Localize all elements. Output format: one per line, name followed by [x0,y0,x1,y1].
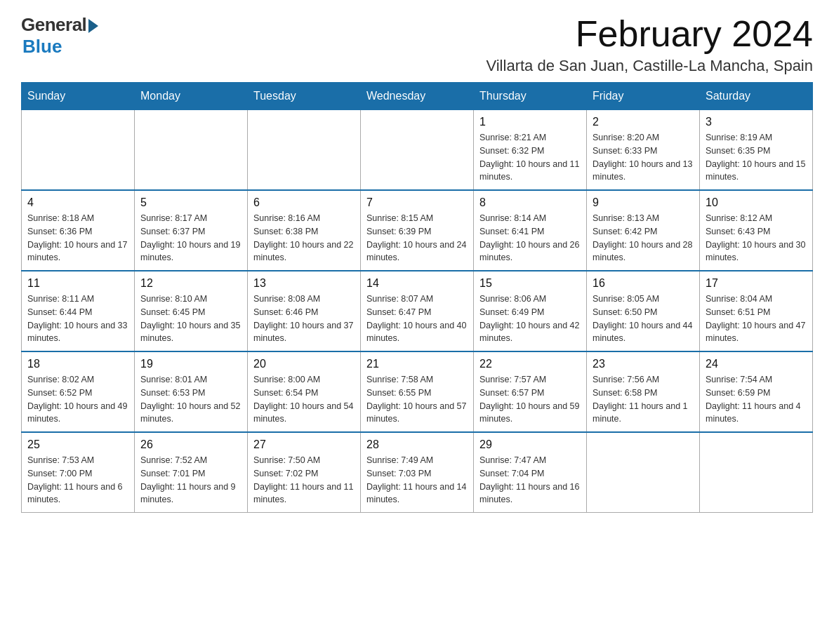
day-number: 17 [706,277,807,290]
day-number: 11 [27,277,128,290]
calendar-day-17: 17Sunrise: 8:04 AMSunset: 6:51 PMDayligh… [700,271,813,351]
calendar-table: SundayMondayTuesdayWednesdayThursdayFrid… [21,82,813,513]
day-number: 7 [366,196,468,209]
calendar-week-row: 18Sunrise: 8:02 AMSunset: 6:52 PMDayligh… [22,351,813,432]
day-info: Sunrise: 8:01 AMSunset: 6:53 PMDaylight:… [140,373,241,426]
calendar-day-7: 7Sunrise: 8:15 AMSunset: 6:39 PMDaylight… [361,190,474,271]
calendar-day-20: 20Sunrise: 8:00 AMSunset: 6:54 PMDayligh… [248,351,361,432]
day-number: 3 [706,116,807,128]
title-area: February 2024 Villarta de San Juan, Cast… [486,14,813,75]
calendar-empty-cell [135,110,248,191]
calendar-empty-cell [22,110,135,191]
day-number: 15 [479,277,581,290]
calendar-day-27: 27Sunrise: 7:50 AMSunset: 7:02 PMDayligh… [248,432,361,513]
day-number: 2 [593,116,694,128]
calendar-day-5: 5Sunrise: 8:17 AMSunset: 6:37 PMDaylight… [135,190,248,271]
calendar-day-19: 19Sunrise: 8:01 AMSunset: 6:53 PMDayligh… [135,351,248,432]
day-number: 28 [366,438,468,451]
day-info: Sunrise: 8:10 AMSunset: 6:45 PMDaylight:… [140,293,241,345]
calendar-day-2: 2Sunrise: 8:20 AMSunset: 6:33 PMDaylight… [587,110,700,191]
day-info: Sunrise: 8:04 AMSunset: 6:51 PMDaylight:… [706,293,807,345]
day-number: 13 [253,277,355,290]
day-info: Sunrise: 8:07 AMSunset: 6:47 PMDaylight:… [366,293,468,345]
logo-general-text: General [21,14,86,36]
day-info: Sunrise: 7:53 AMSunset: 7:00 PMDaylight:… [27,454,128,507]
calendar-day-25: 25Sunrise: 7:53 AMSunset: 7:00 PMDayligh… [22,432,135,513]
column-header-saturday: Saturday [700,83,813,110]
calendar-day-24: 24Sunrise: 7:54 AMSunset: 6:59 PMDayligh… [700,351,813,432]
day-number: 25 [27,438,128,451]
day-number: 12 [140,277,241,290]
day-info: Sunrise: 7:56 AMSunset: 6:58 PMDaylight:… [593,373,694,426]
subtitle: Villarta de San Juan, Castille-La Mancha… [486,57,813,75]
calendar-day-22: 22Sunrise: 7:57 AMSunset: 6:57 PMDayligh… [474,351,587,432]
day-number: 19 [140,358,241,370]
column-header-friday: Friday [587,83,700,110]
day-info: Sunrise: 7:50 AMSunset: 7:02 PMDaylight:… [253,454,355,507]
day-info: Sunrise: 8:21 AMSunset: 6:32 PMDaylight:… [479,131,581,184]
day-number: 18 [27,358,128,370]
day-info: Sunrise: 8:20 AMSunset: 6:33 PMDaylight:… [593,131,694,184]
calendar-empty-cell [248,110,361,191]
calendar-week-row: 4Sunrise: 8:18 AMSunset: 6:36 PMDaylight… [22,190,813,271]
day-info: Sunrise: 8:02 AMSunset: 6:52 PMDaylight:… [27,373,128,426]
calendar-day-26: 26Sunrise: 7:52 AMSunset: 7:01 PMDayligh… [135,432,248,513]
header-area: General Blue February 2024 Villarta de S… [21,14,813,75]
day-info: Sunrise: 8:14 AMSunset: 6:41 PMDaylight:… [479,212,581,264]
day-info: Sunrise: 8:00 AMSunset: 6:54 PMDaylight:… [253,373,355,426]
day-number: 29 [479,438,581,451]
calendar-week-row: 1Sunrise: 8:21 AMSunset: 6:32 PMDaylight… [22,110,813,191]
calendar-day-3: 3Sunrise: 8:19 AMSunset: 6:35 PMDaylight… [700,110,813,191]
calendar-week-row: 25Sunrise: 7:53 AMSunset: 7:00 PMDayligh… [22,432,813,513]
calendar-day-14: 14Sunrise: 8:07 AMSunset: 6:47 PMDayligh… [361,271,474,351]
column-header-sunday: Sunday [22,83,135,110]
calendar-day-11: 11Sunrise: 8:11 AMSunset: 6:44 PMDayligh… [22,271,135,351]
calendar-empty-cell [700,432,813,513]
calendar-day-21: 21Sunrise: 7:58 AMSunset: 6:55 PMDayligh… [361,351,474,432]
day-number: 1 [479,116,581,128]
calendar-day-23: 23Sunrise: 7:56 AMSunset: 6:58 PMDayligh… [587,351,700,432]
day-info: Sunrise: 8:06 AMSunset: 6:49 PMDaylight:… [479,293,581,345]
calendar-day-9: 9Sunrise: 8:13 AMSunset: 6:42 PMDaylight… [587,190,700,271]
day-number: 10 [706,196,807,209]
calendar-day-29: 29Sunrise: 7:47 AMSunset: 7:04 PMDayligh… [474,432,587,513]
calendar-day-8: 8Sunrise: 8:14 AMSunset: 6:41 PMDaylight… [474,190,587,271]
column-header-thursday: Thursday [474,83,587,110]
day-info: Sunrise: 8:19 AMSunset: 6:35 PMDaylight:… [706,131,807,184]
day-info: Sunrise: 7:49 AMSunset: 7:03 PMDaylight:… [366,454,468,507]
calendar-day-10: 10Sunrise: 8:12 AMSunset: 6:43 PMDayligh… [700,190,813,271]
day-number: 26 [140,438,241,451]
day-info: Sunrise: 8:11 AMSunset: 6:44 PMDaylight:… [27,293,128,345]
day-number: 8 [479,196,581,209]
day-number: 14 [366,277,468,290]
day-info: Sunrise: 7:47 AMSunset: 7:04 PMDaylight:… [479,454,581,507]
day-number: 4 [27,196,128,209]
day-number: 5 [140,196,241,209]
column-header-monday: Monday [135,83,248,110]
day-info: Sunrise: 8:15 AMSunset: 6:39 PMDaylight:… [366,212,468,264]
calendar-day-12: 12Sunrise: 8:10 AMSunset: 6:45 PMDayligh… [135,271,248,351]
day-info: Sunrise: 8:12 AMSunset: 6:43 PMDaylight:… [706,212,807,264]
logo-arrow-icon [88,19,98,33]
calendar-day-18: 18Sunrise: 8:02 AMSunset: 6:52 PMDayligh… [22,351,135,432]
day-info: Sunrise: 8:17 AMSunset: 6:37 PMDaylight:… [140,212,241,264]
day-info: Sunrise: 8:13 AMSunset: 6:42 PMDaylight:… [593,212,694,264]
page-title: February 2024 [486,14,813,54]
day-number: 21 [366,358,468,370]
day-info: Sunrise: 8:08 AMSunset: 6:46 PMDaylight:… [253,293,355,345]
logo: General Blue [21,14,98,58]
day-info: Sunrise: 8:05 AMSunset: 6:50 PMDaylight:… [593,293,694,345]
calendar-day-28: 28Sunrise: 7:49 AMSunset: 7:03 PMDayligh… [361,432,474,513]
day-number: 23 [593,358,694,370]
calendar-day-4: 4Sunrise: 8:18 AMSunset: 6:36 PMDaylight… [22,190,135,271]
day-info: Sunrise: 7:58 AMSunset: 6:55 PMDaylight:… [366,373,468,426]
calendar-day-16: 16Sunrise: 8:05 AMSunset: 6:50 PMDayligh… [587,271,700,351]
logo-blue-text: Blue [22,36,62,58]
day-info: Sunrise: 7:52 AMSunset: 7:01 PMDaylight:… [140,454,241,507]
calendar-header-row: SundayMondayTuesdayWednesdayThursdayFrid… [22,83,813,110]
column-header-tuesday: Tuesday [248,83,361,110]
day-info: Sunrise: 7:57 AMSunset: 6:57 PMDaylight:… [479,373,581,426]
calendar-week-row: 11Sunrise: 8:11 AMSunset: 6:44 PMDayligh… [22,271,813,351]
column-header-wednesday: Wednesday [361,83,474,110]
calendar-day-1: 1Sunrise: 8:21 AMSunset: 6:32 PMDaylight… [474,110,587,191]
